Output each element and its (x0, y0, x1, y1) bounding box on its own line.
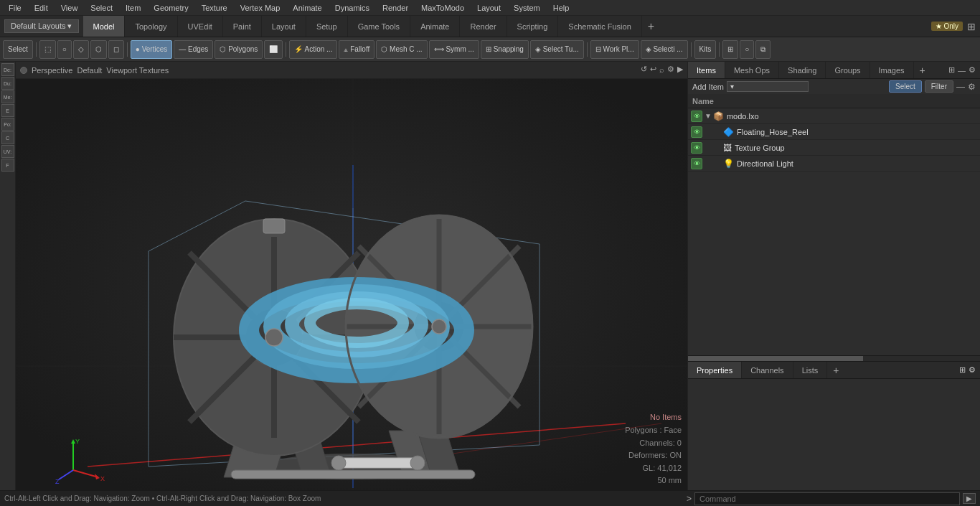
layout-tab-paint[interactable]: Paint (223, 16, 262, 37)
circle-btn[interactable]: ○ (740, 40, 754, 59)
tab-groups[interactable]: Groups (826, 62, 870, 78)
menu-maxtomode[interactable]: MaxToModo (415, 2, 470, 14)
menu-texture[interactable]: Texture (196, 2, 233, 14)
snapping-btn[interactable]: ⊞ Snapping (481, 40, 529, 59)
right-expand-icon[interactable]: ⊞ (948, 65, 955, 75)
camera-label[interactable]: Perspective (32, 66, 72, 75)
eye-modo-lxo[interactable]: 👁 (691, 111, 702, 122)
vp-gear-icon[interactable]: ⚙ (667, 65, 674, 74)
item-row-texture-group[interactable]: 👁 ▶ 🖼 Texture Group (688, 140, 980, 156)
falloff-btn[interactable]: ⟁ Falloff (339, 40, 374, 59)
menu-animate[interactable]: Animate (287, 2, 327, 14)
viewport-toggle-dot[interactable] (20, 67, 27, 74)
sidebar-btn-mes[interactable]: Me: (1, 90, 14, 103)
eye-texture-group[interactable]: 👁 (691, 142, 702, 154)
props-expand-icon[interactable]: ⊞ (959, 365, 966, 375)
right-collapse-icon[interactable]: — (958, 66, 966, 75)
layout-tab-setup[interactable]: Setup (306, 16, 348, 37)
menu-system[interactable]: System (508, 2, 546, 14)
default-layouts-dropdown[interactable]: Default Layouts ▾ (4, 19, 79, 33)
vp-play-icon[interactable]: ▶ (677, 65, 683, 74)
tab-mesh-ops[interactable]: Mesh Ops (725, 62, 779, 78)
menu-geometry[interactable]: Geometry (148, 2, 194, 14)
h-scroll-thumb[interactable] (688, 356, 863, 361)
layout-tab-add[interactable]: + (642, 16, 660, 37)
sidebar-btn-e[interactable]: E (1, 104, 14, 117)
items-select-btn[interactable]: Select (889, 80, 922, 93)
layout-tab-scripting[interactable]: Scripting (507, 16, 559, 37)
sidebar-btn-dup[interactable]: Du: (1, 77, 14, 90)
command-input[interactable] (694, 492, 960, 505)
viewport[interactable]: Perspective Default Viewport Textures ↺ … (16, 62, 687, 490)
expand-icon[interactable]: ⊞ (967, 21, 976, 32)
star-only-badge[interactable]: ★ Only (931, 22, 963, 31)
layout-tab-animate[interactable]: Animate (410, 16, 460, 37)
display-label[interactable]: Default (77, 66, 102, 75)
sidebar-btn-uv[interactable]: UV: (1, 145, 14, 158)
props-tab-channels[interactable]: Channels (742, 362, 793, 378)
mesh-btn[interactable]: ⬡ Mesh C ... (376, 40, 427, 59)
eye-directional-light[interactable]: 👁 (691, 158, 702, 169)
item-row-modo-lxo[interactable]: 👁 ▼ 📦 modo.lxo (688, 108, 980, 124)
work-pl-btn[interactable]: ⊟ Work Pl... (590, 40, 639, 59)
mode-square-btn[interactable]: ⬜ (264, 40, 283, 59)
layout-tab-game-tools[interactable]: Game Tools (348, 16, 411, 37)
sidebar-btn-f[interactable]: F (1, 159, 14, 172)
menu-item[interactable]: Item (120, 2, 146, 14)
props-tab-add[interactable]: + (827, 365, 844, 376)
layout-tab-model[interactable]: Model (83, 16, 126, 37)
sidebar-btn-de[interactable]: De: (1, 63, 14, 76)
arrow-modo-lxo[interactable]: ▼ (705, 112, 712, 120)
right-gear-icon[interactable]: ⚙ (969, 65, 976, 75)
viewport-canvas[interactable]: Y X Z No Items Polygons : Face Channels:… (16, 79, 687, 490)
tab-items[interactable]: Items (688, 62, 725, 78)
layout-tab-uvedit[interactable]: UVEdit (178, 16, 223, 37)
h-scrollbar[interactable] (688, 355, 980, 361)
toggle-btn-4[interactable]: ⬡ (90, 40, 107, 59)
menu-select[interactable]: Select (85, 2, 118, 14)
edges-btn[interactable]: — Edges (174, 40, 213, 59)
texture-label[interactable]: Viewport Textures (106, 66, 169, 75)
select-tu-btn[interactable]: ◈ Select Tu... (530, 40, 584, 59)
symm-btn[interactable]: ⟺ Symm ... (429, 40, 479, 59)
layout-tab-render[interactable]: Render (460, 16, 507, 37)
item-row-directional-light[interactable]: 👁 ▶ 💡 Directional Light (688, 156, 980, 172)
action-btn[interactable]: ⚡ Action ... (289, 40, 337, 59)
layout-tab-layout[interactable]: Layout (262, 16, 306, 37)
layout-tab-topology[interactable]: Topology (125, 16, 177, 37)
menu-layout[interactable]: Layout (471, 2, 507, 14)
items-filter-btn[interactable]: Filter (925, 80, 953, 93)
vertices-btn[interactable]: ● Vertices (131, 40, 172, 59)
items-list[interactable]: 👁 ▼ 📦 modo.lxo 👁 ▶ 🔷 Floating_Hose_Reel (688, 108, 980, 355)
eye-floating-hose-reel[interactable]: 👁 (691, 126, 702, 138)
menu-vertex-map[interactable]: Vertex Map (235, 2, 286, 14)
sidebar-btn-c[interactable]: C (1, 131, 14, 144)
menu-edit[interactable]: Edit (29, 2, 54, 14)
items-collapse-icon[interactable]: — (956, 82, 965, 92)
items-gear-icon[interactable]: ⚙ (968, 82, 976, 92)
toggle-btn-3[interactable]: ◇ (73, 40, 89, 59)
toggle-btn-1[interactable]: ⬚ (39, 40, 56, 59)
command-run-btn[interactable]: ▶ (963, 493, 976, 504)
item-row-floating-hose-reel[interactable]: 👁 ▶ 🔷 Floating_Hose_Reel (688, 124, 980, 140)
vp-search-icon[interactable]: ⌕ (659, 65, 664, 74)
menu-render[interactable]: Render (377, 2, 414, 14)
props-tab-lists[interactable]: Lists (793, 362, 828, 378)
menu-help[interactable]: Help (547, 2, 575, 14)
tab-add-icon[interactable]: + (914, 65, 931, 76)
polygons-btn[interactable]: ⬡ Polygons (215, 40, 263, 59)
tab-shading[interactable]: Shading (779, 62, 826, 78)
vp-reset-icon[interactable]: ↩ (650, 65, 656, 74)
toggle-btn-2[interactable]: ○ (57, 40, 72, 59)
vp-sync-icon[interactable]: ↺ (641, 65, 647, 74)
select-mode-btn[interactable]: Select (3, 40, 33, 59)
grid-btn[interactable]: ⊞ (722, 40, 738, 59)
sidebar-btn-pol[interactable]: Po: (1, 118, 14, 131)
props-gear-icon[interactable]: ⚙ (969, 365, 976, 375)
layout-tab-schematic-fusion[interactable]: Schematic Fusion (558, 16, 641, 37)
toggle-btn-5[interactable]: ◻ (108, 40, 124, 59)
add-item-dropdown[interactable]: ▾ (727, 81, 809, 92)
camera-btn[interactable]: ⧉ (755, 40, 771, 59)
menu-dynamics[interactable]: Dynamics (329, 2, 375, 14)
kits-btn[interactable]: Kits (694, 40, 717, 59)
